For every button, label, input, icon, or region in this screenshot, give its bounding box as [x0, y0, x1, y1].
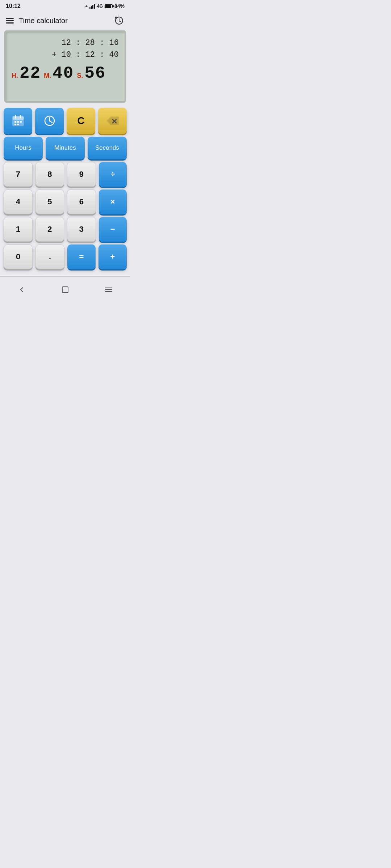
key-row-4: 4 5 6 ×	[4, 190, 127, 214]
key-row-1: C	[4, 108, 127, 134]
add-label: +	[110, 252, 115, 261]
equals-label: =	[79, 252, 84, 261]
seconds-button[interactable]: Seconds	[88, 137, 127, 159]
divide-button[interactable]: ÷	[99, 162, 127, 187]
nav-menu-icon	[104, 285, 113, 294]
minutes-button[interactable]: Minutes	[46, 137, 85, 159]
divide-label: ÷	[110, 170, 115, 179]
multiply-button[interactable]: ×	[99, 190, 127, 214]
key-row-3: 7 8 9 ÷	[4, 162, 127, 187]
signal-icon	[89, 4, 95, 9]
button-8[interactable]: 8	[35, 162, 64, 187]
button-0[interactable]: 0	[4, 244, 33, 269]
battery-pct: 84%	[114, 3, 125, 9]
hours-label: H.	[12, 72, 18, 80]
key-row-6: 0 . = +	[4, 244, 127, 269]
status-bar: 10:12 + 4G 84%	[0, 0, 130, 12]
nav-home-button[interactable]	[58, 282, 72, 297]
result-seconds-group: S. 56	[77, 65, 106, 82]
svg-rect-5	[17, 121, 19, 123]
signal-label: +	[85, 4, 88, 8]
button-1[interactable]: 1	[4, 217, 33, 242]
seconds-label: S.	[77, 72, 83, 80]
calendar-icon	[12, 114, 25, 127]
svg-rect-1	[13, 116, 24, 120]
minutes-label: M.	[44, 72, 51, 80]
seconds-label: Seconds	[95, 144, 119, 152]
status-icons: + 4G 84%	[85, 3, 125, 9]
header-left: Time calculator	[6, 17, 68, 25]
home-icon	[61, 285, 70, 294]
button-dot[interactable]: .	[35, 244, 64, 269]
svg-rect-6	[20, 121, 22, 123]
calendar-button[interactable]	[4, 108, 32, 134]
backspace-icon	[106, 116, 119, 125]
minutes-label: Minutes	[54, 144, 76, 152]
display-lines: 12 : 28 : 16 + 10 : 12 : 40	[12, 37, 119, 61]
page-title: Time calculator	[19, 17, 68, 25]
button-2[interactable]: 2	[35, 217, 64, 242]
label-8: 8	[47, 170, 52, 179]
clock-icon	[43, 114, 56, 127]
history-icon[interactable]	[114, 15, 125, 26]
hours-label: Hours	[15, 144, 31, 152]
display-screen: 12 : 28 : 16 + 10 : 12 : 40 H. 22 M. 40 …	[4, 30, 126, 103]
result-minutes-group: M. 40	[44, 65, 74, 82]
back-icon	[17, 285, 26, 294]
nav-bar	[0, 276, 130, 304]
label-dot: .	[49, 252, 51, 261]
subtract-button[interactable]: −	[99, 217, 127, 242]
label-4: 4	[16, 197, 20, 207]
hours-value: 22	[20, 65, 41, 82]
button-6[interactable]: 6	[67, 190, 96, 214]
result-hours-group: H. 22	[12, 65, 41, 82]
seconds-value: 56	[84, 65, 106, 82]
hours-button[interactable]: Hours	[4, 137, 43, 159]
display-result: H. 22 M. 40 S. 56	[12, 65, 119, 82]
display-line-1: 12 : 28 : 16	[12, 37, 119, 49]
header: Time calculator	[0, 12, 130, 30]
add-button[interactable]: +	[98, 244, 127, 269]
svg-rect-15	[62, 287, 68, 293]
svg-rect-7	[14, 124, 16, 125]
label-3: 3	[79, 225, 84, 234]
label-2: 2	[47, 225, 52, 234]
clock-button[interactable]	[35, 108, 64, 134]
svg-rect-4	[14, 121, 16, 123]
button-3[interactable]: 3	[67, 217, 96, 242]
button-4[interactable]: 4	[4, 190, 33, 214]
key-row-5: 1 2 3 −	[4, 217, 127, 242]
nav-back-button[interactable]	[14, 282, 29, 297]
clear-label: C	[77, 115, 84, 127]
subtract-label: −	[110, 225, 115, 234]
keypad: C Hours Minutes Seconds 7 8 9	[0, 108, 130, 273]
backspace-button[interactable]	[98, 108, 127, 134]
label-1: 1	[16, 225, 20, 234]
status-time: 10:12	[6, 3, 21, 9]
multiply-label: ×	[110, 197, 115, 207]
clear-button[interactable]: C	[67, 108, 95, 134]
battery-icon	[105, 4, 113, 8]
button-7[interactable]: 7	[4, 162, 33, 187]
nav-menu-button[interactable]	[101, 282, 116, 297]
label-0: 0	[16, 252, 20, 261]
equals-button[interactable]: =	[67, 244, 96, 269]
label-9: 9	[79, 170, 84, 179]
svg-point-12	[49, 120, 50, 122]
label-7: 7	[16, 170, 20, 179]
signal-text: 4G	[97, 4, 103, 9]
label-6: 6	[79, 197, 84, 207]
svg-rect-8	[17, 124, 19, 125]
key-row-2: Hours Minutes Seconds	[4, 137, 127, 159]
button-9[interactable]: 9	[67, 162, 96, 187]
minutes-value: 40	[52, 65, 74, 82]
hamburger-menu-icon[interactable]	[6, 18, 14, 24]
label-5: 5	[47, 197, 52, 207]
display-line-2: + 10 : 12 : 40	[12, 49, 119, 61]
button-5[interactable]: 5	[35, 190, 64, 214]
